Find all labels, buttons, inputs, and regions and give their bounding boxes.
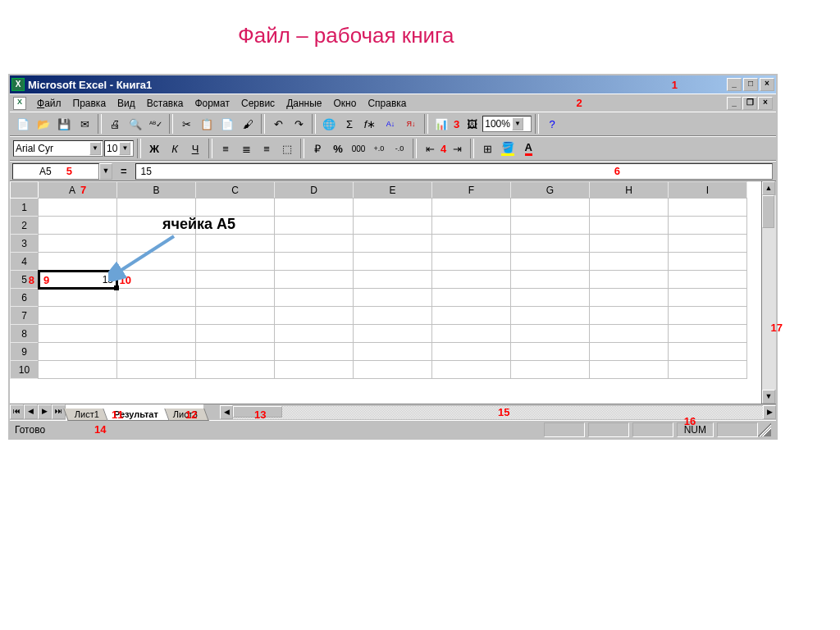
font-size-combo[interactable]: 10▼	[104, 140, 134, 157]
chart-wizard-icon[interactable]: 📊	[431, 114, 451, 134]
col-header-G[interactable]: G	[511, 182, 590, 199]
row-header-4[interactable]: 4	[11, 253, 39, 271]
sort-desc-icon[interactable]: Я↓	[401, 114, 421, 134]
col-header-H[interactable]: H	[590, 182, 669, 199]
doc-minimize-button[interactable]: _	[727, 97, 742, 110]
cell-A1[interactable]	[39, 199, 117, 217]
new-icon[interactable]: 📄	[13, 114, 33, 134]
currency-icon[interactable]: ₽	[308, 139, 327, 158]
col-header-E[interactable]: E	[354, 182, 432, 199]
hscroll-thumb[interactable]	[233, 406, 282, 418]
increase-decimal-icon[interactable]: +.0	[369, 139, 389, 158]
menu-data[interactable]: Данные	[281, 96, 327, 111]
merge-center-icon[interactable]: ⬚	[277, 139, 297, 158]
vscroll-thumb[interactable]	[762, 195, 774, 228]
help-icon[interactable]: ?	[542, 114, 562, 134]
fill-color-icon[interactable]: 🪣	[498, 139, 518, 158]
col-header-I[interactable]: I	[669, 182, 747, 199]
borders-icon[interactable]: ⊞	[477, 139, 497, 158]
undo-icon[interactable]: ↶	[268, 114, 288, 134]
scroll-left-icon[interactable]: ◀	[220, 405, 233, 419]
row-header-8[interactable]: 8	[11, 325, 39, 343]
row-header-10[interactable]: 10	[11, 361, 39, 379]
comma-icon[interactable]: 000	[349, 139, 368, 158]
font-dropdown-icon[interactable]: ▼	[89, 142, 101, 155]
italic-icon[interactable]: К	[165, 139, 185, 158]
align-center-icon[interactable]: ≣	[236, 139, 256, 158]
spellcheck-icon[interactable]: ᴬᴮ✓	[146, 114, 166, 134]
row-header-6[interactable]: 6	[11, 289, 39, 307]
scroll-up-icon[interactable]: ▲	[762, 181, 775, 195]
redo-icon[interactable]: ↷	[289, 114, 308, 134]
col-header-A[interactable]: A 7	[39, 182, 117, 199]
print-preview-icon[interactable]: 🔍	[126, 114, 145, 134]
name-box-dropdown-icon[interactable]: ▼	[99, 163, 112, 180]
menu-format[interactable]: Формат	[189, 96, 235, 111]
col-header-D[interactable]: D	[275, 182, 354, 199]
row-header-1[interactable]: 1	[11, 199, 39, 217]
paste-icon[interactable]: 📄	[217, 114, 237, 134]
menu-edit[interactable]: Правка	[67, 96, 112, 111]
function-icon[interactable]: f∗	[360, 114, 380, 134]
formula-input[interactable]	[135, 163, 773, 180]
vertical-scrollbar[interactable]: ▲ ▼	[761, 181, 776, 404]
increase-indent-icon[interactable]: ⇥	[447, 139, 467, 158]
doc-restore-button[interactable]: ❐	[742, 97, 757, 110]
autosum-icon[interactable]: Σ	[340, 114, 359, 134]
zoom-combo[interactable]: 100%▼	[482, 116, 532, 132]
drawing-icon[interactable]: 🖼	[462, 114, 482, 134]
decrease-indent-icon[interactable]: ⇤	[420, 139, 440, 158]
cell-A5[interactable]: 9 15 10	[39, 271, 117, 289]
scroll-right-icon[interactable]: ▶	[763, 405, 776, 419]
menu-insert[interactable]: Вставка	[141, 96, 189, 111]
menu-file[interactable]: Файл	[31, 96, 67, 111]
align-left-icon[interactable]: ≡	[216, 139, 235, 158]
horizontal-scrollbar[interactable]: ◀ 15 ▶	[220, 404, 776, 420]
select-all-corner[interactable]	[11, 182, 39, 199]
format-painter-icon[interactable]: 🖌	[238, 114, 258, 134]
tab-first-icon[interactable]: ⏮	[10, 404, 24, 419]
decrease-decimal-icon[interactable]: -.0	[390, 139, 409, 158]
font-color-icon[interactable]: А	[518, 139, 538, 158]
zoom-dropdown-icon[interactable]: ▼	[512, 117, 523, 130]
copy-icon[interactable]: 📋	[197, 114, 217, 134]
sort-asc-icon[interactable]: А↓	[381, 114, 400, 134]
close-button[interactable]: ×	[760, 78, 774, 91]
align-right-icon[interactable]: ≡	[257, 139, 276, 158]
col-header-C[interactable]: C	[196, 182, 275, 199]
hscroll-track[interactable]: 15	[233, 406, 763, 419]
percent-icon[interactable]: %	[328, 139, 348, 158]
col-header-F[interactable]: F	[432, 182, 511, 199]
tab-last-icon[interactable]: ⏭	[52, 404, 66, 419]
print-icon[interactable]: 🖨	[105, 114, 125, 134]
cut-icon[interactable]: ✂	[176, 114, 196, 134]
col-header-B[interactable]: B	[117, 182, 196, 199]
tab-prev-icon[interactable]: ◀	[24, 404, 38, 419]
menu-help[interactable]: Справка	[362, 96, 412, 111]
row-header-3[interactable]: 3	[11, 235, 39, 253]
vscroll-track[interactable]	[762, 195, 776, 390]
row-header-9[interactable]: 9	[11, 343, 39, 361]
tab-next-icon[interactable]: ▶	[38, 404, 52, 419]
size-dropdown-icon[interactable]: ▼	[119, 142, 130, 155]
scroll-down-icon[interactable]: ▼	[762, 390, 775, 404]
doc-close-button[interactable]: ×	[758, 97, 773, 110]
tab-result[interactable]: Результат	[103, 409, 169, 421]
row-header-5[interactable]: 58	[11, 271, 39, 289]
menu-view[interactable]: Вид	[112, 96, 141, 111]
hyperlink-icon[interactable]: 🌐	[319, 114, 339, 134]
fill-handle[interactable]	[114, 285, 119, 290]
underline-icon[interactable]: Ч	[185, 139, 205, 158]
row-header-7[interactable]: 7	[11, 307, 39, 325]
bold-icon[interactable]: Ж	[144, 139, 164, 158]
menu-tools[interactable]: Сервис	[235, 96, 281, 111]
font-name-combo[interactable]: Arial Cyr▼	[13, 140, 103, 157]
maximize-button[interactable]: □	[743, 78, 758, 91]
menu-window[interactable]: Окно	[327, 96, 362, 111]
name-box[interactable]: A5 5	[12, 163, 99, 180]
resize-grip-icon[interactable]	[758, 423, 771, 436]
mail-icon[interactable]: ✉	[75, 114, 94, 134]
minimize-button[interactable]: _	[727, 78, 742, 91]
row-header-2[interactable]: 2	[11, 217, 39, 235]
open-icon[interactable]: 📂	[34, 114, 53, 134]
